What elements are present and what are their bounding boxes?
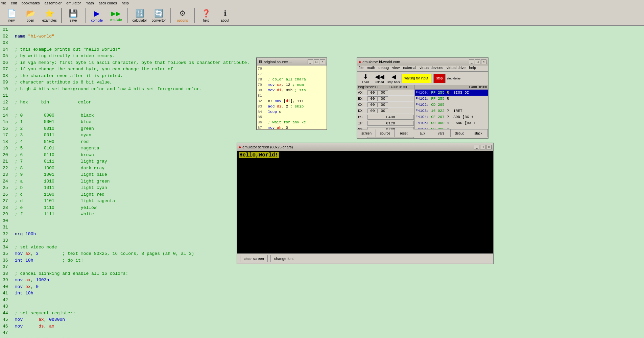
emu-step-back-button[interactable]: ◀ step back [387,72,401,84]
src-line-79: 79 mov cx, 12 ; num [258,82,326,88]
emu-screen-button[interactable]: screen [357,129,376,137]
emu-step-delay-label: step delay [447,77,460,80]
emu-menu-help[interactable]: help [469,66,476,71]
hello-world-display: Hello,World! [239,152,279,158]
emu-screen-titlebar[interactable]: ● emulator screen (80x25 chars) _ □ × [237,143,493,151]
code-line-09: 09 ; character attribute is 8 bit value, [3,79,254,86]
toolbar-help-button[interactable]: ❓ help [197,7,215,24]
reg-ip-val[interactable]: 01C0 [367,121,414,126]
emu-vars-button[interactable]: vars [432,129,451,137]
reg-ax-label: AX [358,91,367,95]
code-line-01: 01 [3,26,254,33]
emulator-titlebar[interactable]: ● emulator: hi-world.com _ □ × [357,58,488,66]
emu-reload-button[interactable]: ◀◀ reload [373,72,386,84]
reg-bx-l[interactable]: 00 [378,96,388,101]
disasm-row-f41c5[interactable]: F41C5: 00 000 NI ADD [BX + [415,120,488,126]
change-font-button[interactable]: change font [270,255,297,262]
reg-ax-l[interactable]: 00 [378,90,388,95]
orig-source-minimize-button[interactable]: _ [308,59,313,64]
code-line-38: 38 ; cancel blinking and enable all 16 c… [3,270,254,277]
toolbar-convertor-button[interactable]: 🔄 convertor [150,7,168,24]
menu-help[interactable]: help [122,1,129,5]
emu-stack-button[interactable]: stack [469,129,488,137]
reg-ax-h[interactable]: 00 [367,90,378,95]
emu-menu-view[interactable]: view [392,66,400,71]
menu-assembler[interactable]: assembler [45,1,62,5]
emu-stop-button[interactable]: stop [433,74,446,83]
reg-cx-h[interactable]: 00 [367,102,378,107]
reg-ip-row: IP 01C0 [357,120,414,126]
emu-waiting-input-button[interactable]: waiting for input [402,74,431,83]
toolbar-calculator-button[interactable]: 🔢 calculator [131,7,149,24]
reg-cs-val[interactable]: F400 [367,115,414,120]
orig-source-close-button[interactable]: × [320,59,325,64]
emu-screen-minimize-button[interactable]: _ [474,145,479,149]
code-editor[interactable]: 01 02 name "hi-world" 03 04 ; this examp… [0,26,257,338]
disasm-row-f41c1[interactable]: F41C1: FF 255 R [415,96,488,102]
toolbar-about-button[interactable]: ℹ about [216,7,234,24]
emu-menu-math[interactable]: math [367,66,375,71]
emu-step-delay-button[interactable]: step delay [446,72,461,84]
menu-emulator[interactable]: emulator [66,1,81,5]
menu-bookmarks[interactable]: bookmarks [22,1,40,5]
reg-cx-l[interactable]: 00 [378,102,388,107]
src-line-86: 86 ; wait for any ke [258,120,326,125]
code-line-30: 30 [3,218,254,224]
src-line-82: 82 c: mov [di], 111 [258,99,326,104]
emu-source-button[interactable]: source [376,129,395,137]
disasm-row-f41c3[interactable]: F41C3: 16 022 ? IRET [415,108,488,114]
emulator-window: ● emulator: hi-world.com _ □ × file math… [357,57,488,139]
emu-menu-file[interactable]: file [359,66,363,71]
clear-screen-label: clear screen [244,257,264,261]
orig-source-content[interactable]: 76 77 78 ; color all chara 79 mov cx, 12… [257,66,327,129]
about-icon: ℹ [224,9,226,18]
emu-load-button[interactable]: ⬇ Load [359,72,372,84]
code-line-41: 41 int 10h [3,290,254,297]
new-icon: 📄 [7,9,16,18]
toolbar-new-label: new [8,19,15,22]
reg-dx-l[interactable]: 00 [378,108,388,113]
disasm-row-f41c0[interactable]: F41C0: FF 255 R BIOS DI [415,90,488,96]
emulator-maximize-button[interactable]: □ [475,59,480,64]
menu-file[interactable]: file [1,1,6,5]
toolbar-examples-button[interactable]: ⭐ examples [41,7,58,24]
toolbar-compile-button[interactable]: ▶ compile [88,7,106,24]
menu-ascii[interactable]: ascii codes [99,1,117,5]
reg-dx-h[interactable]: 00 [367,108,378,113]
code-line-21: 21 ; 7 0111 light gray [3,158,254,165]
emu-reset-button[interactable]: reset [395,129,413,137]
toolbar-save-button[interactable]: 💾 save [65,7,82,24]
disasm-row-f41c4[interactable]: F41C4: CF 207 ? ADD [BX + [415,114,488,120]
emu-menu-external[interactable]: external [403,66,416,71]
reg-bx-h[interactable]: 00 [367,96,378,101]
reg-cx-row: CX 00 00 [357,102,414,108]
toolbar-calculator-label: calculator [133,19,147,22]
toolbar-options-button[interactable]: ⚙ options [174,7,191,24]
clear-screen-button[interactable]: clear screen [240,255,268,262]
orig-source-titlebar[interactable]: 🖥 original source ... _ □ × [257,58,327,66]
disasm-row-f41c2[interactable]: F41C2: CD 205 - [415,102,488,108]
code-line-13: 13 [3,105,254,112]
toolbar-emulate-button[interactable]: ▶▶ emulate [107,7,125,24]
code-line-05: 05 ; by writing directly to video memory… [3,53,254,59]
toolbar-new-button[interactable]: 📄 new [3,7,20,24]
emu-menu-debug[interactable]: debug [379,66,389,71]
menu-edit[interactable]: edit [11,1,17,5]
code-line-43: 43 [3,303,254,310]
emu-screen-maximize-button[interactable]: □ [480,145,485,149]
emu-menu-virtual-drive[interactable]: virtual drive [447,66,466,71]
orig-source-maximize-button[interactable]: □ [314,59,319,64]
code-line-48: 48 ; print "hello world" [3,336,254,338]
emulator-minimize-button[interactable]: _ [469,59,474,64]
emu-debug-button[interactable]: debug [451,129,469,137]
src-line-81: 81 [258,93,326,99]
emu-screen-close-button[interactable]: × [486,145,492,149]
emu-aux-button[interactable]: aux [413,129,432,137]
emulator-close-button[interactable]: × [481,59,486,64]
code-line-07: 07 ; if you change the second byte, you … [3,66,254,73]
toolbar-compile-label: compile [91,19,103,22]
menu-math[interactable]: math [86,1,94,5]
disasm-row-f41c6[interactable]: F41C6: 00 000 NI ... [415,126,488,129]
emu-menu-virtual-devices[interactable]: virtual devices [420,66,443,71]
toolbar-open-button[interactable]: 📂 open [22,7,39,24]
